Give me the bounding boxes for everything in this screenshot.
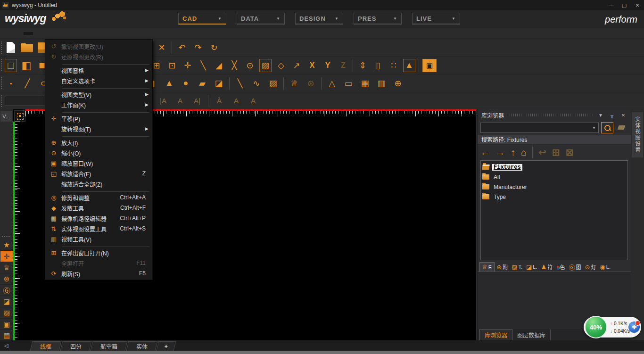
transform-tool-shortcut[interactable]: ✛ (0, 251, 13, 262)
library-tab-symbols[interactable]: ♟ 符 (539, 262, 554, 272)
view-tab-wireframe[interactable]: 线框 (30, 341, 62, 351)
tree-item-manufacturer[interactable]: Manufacturer (482, 182, 626, 192)
view-tab-shaded[interactable]: 实体 (126, 341, 158, 351)
menu-item-work-plane[interactable]: 工作面(K) ▶ (45, 99, 152, 110)
menu-file[interactable] (5, 32, 14, 35)
close-button[interactable]: ✕ (631, 0, 644, 10)
menu-item-zoom-fit-all[interactable]: 缩放适合全部(Z) (45, 179, 152, 189)
nav-folder-options-button[interactable]: ⊠ (566, 147, 574, 158)
library-tab-accessories[interactable]: ⊛ 附 (495, 262, 510, 272)
draw-pipe-tool[interactable]: ╲ (234, 77, 246, 90)
nav-home-button[interactable]: ⌂ (521, 147, 527, 158)
menu-item-video-tools[interactable]: ▥ 视频工具(V) (45, 234, 152, 244)
library-tab-led[interactable]: ◉ L. (598, 262, 612, 272)
favorites-shortcut[interactable]: ★ (0, 239, 13, 251)
insert-led-panel-tool[interactable]: ▦ (359, 77, 371, 90)
search-input[interactable]: ▼ (480, 123, 599, 133)
menu-item-zoom-in[interactable]: ⊕ 放大(I) (45, 137, 152, 148)
menu-draw[interactable] (33, 32, 42, 35)
minimize-button[interactable]: — (604, 0, 618, 10)
memory-usage-badge[interactable]: 40% (585, 316, 607, 338)
snap-vertex-toggle[interactable]: ◇ (275, 59, 287, 72)
insert-screen-tool[interactable]: ▭ (342, 77, 355, 90)
clear-search-button[interactable] (616, 122, 628, 133)
chevron-down-icon[interactable]: ▼ (393, 16, 397, 21)
tab-scroll-left-button[interactable]: ◁ (0, 343, 12, 349)
menu-item-spread-tool[interactable]: ◆ 发散工具 Ctrl+Alt+F (45, 203, 152, 213)
menu-item-pan[interactable]: ✛ 平移(P) (45, 113, 152, 123)
panel-menu-icon[interactable]: ▼ (597, 113, 604, 118)
focus-cone-toggle[interactable]: ▲ (403, 59, 415, 72)
tree-item-fixtures[interactable]: Fixtures (482, 162, 626, 172)
search-button[interactable] (601, 122, 613, 133)
snap-center-toggle[interactable]: ✛ (182, 59, 194, 72)
library-tab-lamps[interactable]: ⊙ 灯 (583, 262, 598, 272)
mode-tab-data[interactable]: DATA ▼ (237, 13, 285, 25)
draw-cone-tool[interactable]: ▲ (163, 77, 175, 90)
menu-help[interactable] (71, 32, 80, 35)
draw-truss-tool[interactable]: ▨ (267, 77, 279, 90)
align-right-button[interactable]: A| (191, 94, 203, 107)
axis-x-toggle[interactable]: X (306, 59, 318, 72)
chevron-down-icon[interactable]: ▼ (335, 16, 339, 21)
snap-intersection-toggle[interactable]: ╳ (228, 59, 240, 72)
nav-up-button[interactable]: ↑ (511, 147, 515, 158)
insert-fixture-tool[interactable]: ♕ (288, 77, 300, 90)
open-file-button[interactable] (21, 41, 33, 54)
menu-item-shaded-view-options[interactable]: ⇅ 实体视图设置工具 Ctrl+Alt+S (45, 223, 152, 234)
text-bottom-button[interactable]: A̲ (247, 94, 259, 107)
menu-item-camera-path-editor[interactable]: ▦ 摄像机路径编辑器 Ctrl+Alt+P (45, 213, 152, 223)
library-tab-gobos[interactable]: Ⓖ 图 (567, 262, 583, 272)
close-icon[interactable]: ✕ (619, 113, 627, 118)
text-top-button[interactable]: Ā (213, 94, 225, 107)
draw-curved-pipe-tool[interactable]: ∿ (250, 77, 263, 90)
text-middle-button[interactable]: A̶ (230, 94, 242, 107)
axis-z-toggle[interactable]: Z (337, 59, 349, 72)
mode-tab-design[interactable]: DESIGN ▼ (295, 13, 343, 25)
draw-point-tool[interactable]: ▪ (5, 77, 17, 90)
insert-fixture-mode[interactable]: ▣ (422, 59, 437, 72)
collapsed-panel-tab-right[interactable]: 实体视图设置 (632, 112, 643, 157)
menu-item-refresh[interactable]: ⟳ 刷新(S) F5 (45, 268, 152, 279)
chevron-down-icon[interactable]: ▼ (218, 16, 222, 21)
menu-item-open-in-popup[interactable]: ⊞ 在弹出窗口打开(N) (45, 247, 152, 258)
library-tab-fixtures[interactable]: ♕ F. (479, 262, 495, 272)
redo-button[interactable]: ↷ (192, 41, 204, 54)
nav-forward-button[interactable]: → (495, 147, 505, 158)
undo-button[interactable]: ↶ (176, 41, 188, 54)
menu-item-zoom-out[interactable]: ⊖ 缩小(O) (45, 148, 152, 158)
insert-camera-tool[interactable]: ⊕ (392, 77, 404, 90)
draw-sphere-tool[interactable]: ● (180, 77, 192, 90)
tree-item-all[interactable]: All (482, 172, 626, 182)
menu-item-crop-adjust[interactable]: ◎ 修剪和调整 Ctrl+Alt+A (45, 192, 152, 203)
menu-view[interactable] (24, 32, 33, 35)
menu-item-custom-tabs[interactable]: 自定义选项卡 ▶ (45, 75, 152, 86)
menu-item-redo-view-change[interactable]: ↻ 还原视图更改(R) (45, 51, 152, 62)
collapsed-panel-tab-left[interactable]: V... (0, 111, 12, 122)
insert-moving-light-tool[interactable]: ⊛ (305, 77, 317, 90)
messenger-icon[interactable]: ✚ (628, 321, 640, 333)
library-tab-library[interactable]: ◪ L. (524, 262, 539, 272)
mode-tab-pres[interactable]: PRES ▼ (354, 13, 402, 25)
mode-tab-live[interactable]: LIVE ▼ (412, 13, 460, 25)
menu-item-undo-view-change[interactable]: ↺ 撤销视图更改(U) (45, 41, 152, 51)
menu-edit[interactable] (14, 32, 24, 35)
truss-snap-toggle[interactable]: ▨ (259, 59, 272, 72)
ruler-origin-icon[interactable] (14, 110, 25, 122)
snap-endpoint-toggle[interactable]: ◢ (213, 59, 225, 72)
mode-tab-cad[interactable]: CAD ▼ (178, 13, 226, 25)
grid-points-toggle[interactable]: ∷ (388, 59, 400, 72)
library-shortcut[interactable]: ◪ (0, 296, 13, 307)
tree-item-type[interactable]: Type (482, 192, 626, 202)
menu-item-zoom-window[interactable]: ▣ 缩放窗口(W) (45, 158, 152, 168)
draw-line-tool[interactable]: ╱ (21, 77, 33, 90)
dock-tab-layer-database[interactable]: 图层数据库 (512, 329, 551, 340)
snap-line-toggle[interactable]: ╲ (197, 59, 209, 72)
menu-item-view-panes[interactable]: 视图窗格 ▶ (45, 65, 152, 75)
beam-tool[interactable]: △ (326, 77, 338, 90)
menu-tools[interactable] (52, 32, 61, 35)
snap-circle-toggle[interactable]: ⊙ (244, 59, 256, 72)
snap-object-toggle[interactable]: ⊡ (166, 59, 178, 72)
maximize-button[interactable]: ▢ (618, 0, 631, 10)
wireframe-cube-mode[interactable]: □ (5, 59, 17, 72)
